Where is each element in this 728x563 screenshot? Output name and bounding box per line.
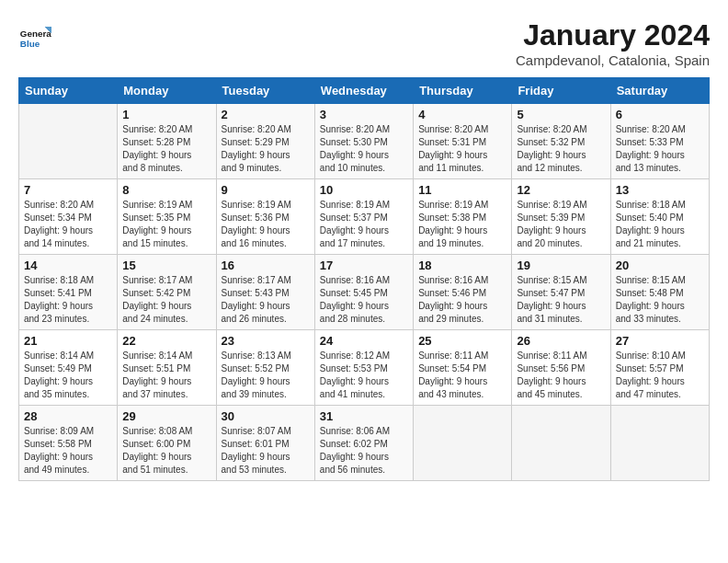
day-info: Sunrise: 8:20 AM Sunset: 5:32 PM Dayligh… xyxy=(517,123,605,175)
day-info: Sunrise: 8:10 AM Sunset: 5:57 PM Dayligh… xyxy=(616,350,704,401)
calendar-cell: 7Sunrise: 8:20 AM Sunset: 5:34 PM Daylig… xyxy=(19,179,118,255)
day-number: 10 xyxy=(320,183,408,197)
day-number: 12 xyxy=(517,183,605,197)
calendar-header-row: SundayMondayTuesdayWednesdayThursdayFrid… xyxy=(19,78,710,104)
day-info: Sunrise: 8:20 AM Sunset: 5:30 PM Dayligh… xyxy=(320,123,408,175)
day-number: 22 xyxy=(122,334,210,348)
day-info: Sunrise: 8:20 AM Sunset: 5:28 PM Dayligh… xyxy=(122,123,210,175)
calendar-cell: 19Sunrise: 8:15 AM Sunset: 5:47 PM Dayli… xyxy=(512,255,610,330)
calendar-cell: 6Sunrise: 8:20 AM Sunset: 5:33 PM Daylig… xyxy=(610,104,709,179)
day-info: Sunrise: 8:14 AM Sunset: 5:51 PM Dayligh… xyxy=(122,350,210,401)
calendar-cell: 24Sunrise: 8:12 AM Sunset: 5:53 PM Dayli… xyxy=(314,330,413,406)
calendar-cell: 12Sunrise: 8:19 AM Sunset: 5:39 PM Dayli… xyxy=(512,179,610,255)
logo-icon: General Blue xyxy=(18,18,51,52)
calendar-cell: 11Sunrise: 8:19 AM Sunset: 5:38 PM Dayli… xyxy=(414,179,512,255)
header-day-saturday: Saturday xyxy=(610,78,709,104)
title-block: January 2024 Campdevanol, Catalonia, Spa… xyxy=(516,18,710,68)
day-number: 11 xyxy=(418,183,506,197)
calendar-cell: 17Sunrise: 8:16 AM Sunset: 5:45 PM Dayli… xyxy=(314,255,413,330)
calendar-cell: 26Sunrise: 8:11 AM Sunset: 5:56 PM Dayli… xyxy=(512,330,610,406)
calendar-cell: 31Sunrise: 8:06 AM Sunset: 6:02 PM Dayli… xyxy=(314,406,413,481)
header-day-monday: Monday xyxy=(118,78,216,104)
day-number: 20 xyxy=(616,259,704,272)
day-info: Sunrise: 8:17 AM Sunset: 5:42 PM Dayligh… xyxy=(122,274,210,326)
calendar-cell: 20Sunrise: 8:15 AM Sunset: 5:48 PM Dayli… xyxy=(610,255,709,330)
calendar-cell xyxy=(19,104,118,179)
day-number: 5 xyxy=(517,108,605,121)
day-number: 26 xyxy=(517,334,605,348)
calendar-week-2: 7Sunrise: 8:20 AM Sunset: 5:34 PM Daylig… xyxy=(19,179,710,255)
day-info: Sunrise: 8:06 AM Sunset: 6:02 PM Dayligh… xyxy=(320,425,408,477)
calendar-title: January 2024 xyxy=(516,18,710,52)
calendar-cell: 3Sunrise: 8:20 AM Sunset: 5:30 PM Daylig… xyxy=(314,104,413,179)
day-info: Sunrise: 8:08 AM Sunset: 6:00 PM Dayligh… xyxy=(122,425,210,477)
day-number: 7 xyxy=(24,183,112,197)
day-info: Sunrise: 8:19 AM Sunset: 5:37 PM Dayligh… xyxy=(320,199,408,250)
day-number: 28 xyxy=(24,409,112,423)
calendar-week-5: 28Sunrise: 8:09 AM Sunset: 5:58 PM Dayli… xyxy=(19,406,710,481)
day-number: 18 xyxy=(418,259,506,272)
calendar-cell: 15Sunrise: 8:17 AM Sunset: 5:42 PM Dayli… xyxy=(118,255,216,330)
header-day-tuesday: Tuesday xyxy=(216,78,314,104)
day-info: Sunrise: 8:15 AM Sunset: 5:48 PM Dayligh… xyxy=(616,274,704,326)
calendar-cell xyxy=(512,406,610,481)
page-header: General Blue January 2024 Campdevanol, C… xyxy=(18,18,710,68)
calendar-cell: 25Sunrise: 8:11 AM Sunset: 5:54 PM Dayli… xyxy=(414,330,512,406)
day-number: 29 xyxy=(122,409,210,423)
day-number: 25 xyxy=(418,334,506,348)
day-number: 3 xyxy=(320,108,408,121)
day-info: Sunrise: 8:09 AM Sunset: 5:58 PM Dayligh… xyxy=(24,425,112,477)
day-number: 27 xyxy=(616,334,704,348)
day-info: Sunrise: 8:13 AM Sunset: 5:52 PM Dayligh… xyxy=(222,350,310,401)
calendar-cell: 5Sunrise: 8:20 AM Sunset: 5:32 PM Daylig… xyxy=(512,104,610,179)
day-info: Sunrise: 8:17 AM Sunset: 5:43 PM Dayligh… xyxy=(222,274,310,326)
day-number: 30 xyxy=(222,409,310,423)
day-info: Sunrise: 8:16 AM Sunset: 5:46 PM Dayligh… xyxy=(418,274,506,326)
calendar-cell: 13Sunrise: 8:18 AM Sunset: 5:40 PM Dayli… xyxy=(610,179,709,255)
day-info: Sunrise: 8:19 AM Sunset: 5:39 PM Dayligh… xyxy=(517,199,605,250)
day-info: Sunrise: 8:11 AM Sunset: 5:56 PM Dayligh… xyxy=(517,350,605,401)
day-number: 21 xyxy=(24,334,112,348)
day-info: Sunrise: 8:07 AM Sunset: 6:01 PM Dayligh… xyxy=(222,425,310,477)
calendar-cell: 27Sunrise: 8:10 AM Sunset: 5:57 PM Dayli… xyxy=(610,330,709,406)
calendar-cell: 23Sunrise: 8:13 AM Sunset: 5:52 PM Dayli… xyxy=(216,330,314,406)
day-number: 15 xyxy=(122,259,210,272)
day-info: Sunrise: 8:18 AM Sunset: 5:41 PM Dayligh… xyxy=(24,274,112,326)
day-info: Sunrise: 8:20 AM Sunset: 5:29 PM Dayligh… xyxy=(222,123,310,175)
calendar-week-3: 14Sunrise: 8:18 AM Sunset: 5:41 PM Dayli… xyxy=(19,255,710,330)
day-info: Sunrise: 8:18 AM Sunset: 5:40 PM Dayligh… xyxy=(616,199,704,250)
calendar-body: 1Sunrise: 8:20 AM Sunset: 5:28 PM Daylig… xyxy=(19,104,710,481)
day-number: 16 xyxy=(222,259,310,272)
day-number: 1 xyxy=(122,108,210,121)
calendar-cell: 1Sunrise: 8:20 AM Sunset: 5:28 PM Daylig… xyxy=(118,104,216,179)
calendar-cell: 28Sunrise: 8:09 AM Sunset: 5:58 PM Dayli… xyxy=(19,406,118,481)
calendar-cell: 14Sunrise: 8:18 AM Sunset: 5:41 PM Dayli… xyxy=(19,255,118,330)
logo: General Blue xyxy=(18,18,51,52)
day-info: Sunrise: 8:19 AM Sunset: 5:35 PM Dayligh… xyxy=(122,199,210,250)
day-info: Sunrise: 8:20 AM Sunset: 5:34 PM Dayligh… xyxy=(24,199,112,250)
calendar-cell: 8Sunrise: 8:19 AM Sunset: 5:35 PM Daylig… xyxy=(118,179,216,255)
day-number: 19 xyxy=(517,259,605,272)
day-number: 4 xyxy=(418,108,506,121)
header-day-sunday: Sunday xyxy=(19,78,118,104)
calendar-cell: 21Sunrise: 8:14 AM Sunset: 5:49 PM Dayli… xyxy=(19,330,118,406)
calendar-cell: 29Sunrise: 8:08 AM Sunset: 6:00 PM Dayli… xyxy=(118,406,216,481)
day-info: Sunrise: 8:16 AM Sunset: 5:45 PM Dayligh… xyxy=(320,274,408,326)
header-day-thursday: Thursday xyxy=(414,78,512,104)
calendar-cell: 30Sunrise: 8:07 AM Sunset: 6:01 PM Dayli… xyxy=(216,406,314,481)
calendar-subtitle: Campdevanol, Catalonia, Spain xyxy=(516,52,710,68)
day-number: 24 xyxy=(320,334,408,348)
calendar-cell xyxy=(414,406,512,481)
day-number: 13 xyxy=(616,183,704,197)
day-info: Sunrise: 8:19 AM Sunset: 5:36 PM Dayligh… xyxy=(222,199,310,250)
day-number: 17 xyxy=(320,259,408,272)
calendar-cell: 10Sunrise: 8:19 AM Sunset: 5:37 PM Dayli… xyxy=(314,179,413,255)
day-info: Sunrise: 8:12 AM Sunset: 5:53 PM Dayligh… xyxy=(320,350,408,401)
day-number: 14 xyxy=(24,259,112,272)
day-number: 9 xyxy=(222,183,310,197)
day-info: Sunrise: 8:20 AM Sunset: 5:31 PM Dayligh… xyxy=(418,123,506,175)
day-number: 8 xyxy=(122,183,210,197)
calendar-cell xyxy=(610,406,709,481)
calendar-week-1: 1Sunrise: 8:20 AM Sunset: 5:28 PM Daylig… xyxy=(19,104,710,179)
calendar-cell: 2Sunrise: 8:20 AM Sunset: 5:29 PM Daylig… xyxy=(216,104,314,179)
